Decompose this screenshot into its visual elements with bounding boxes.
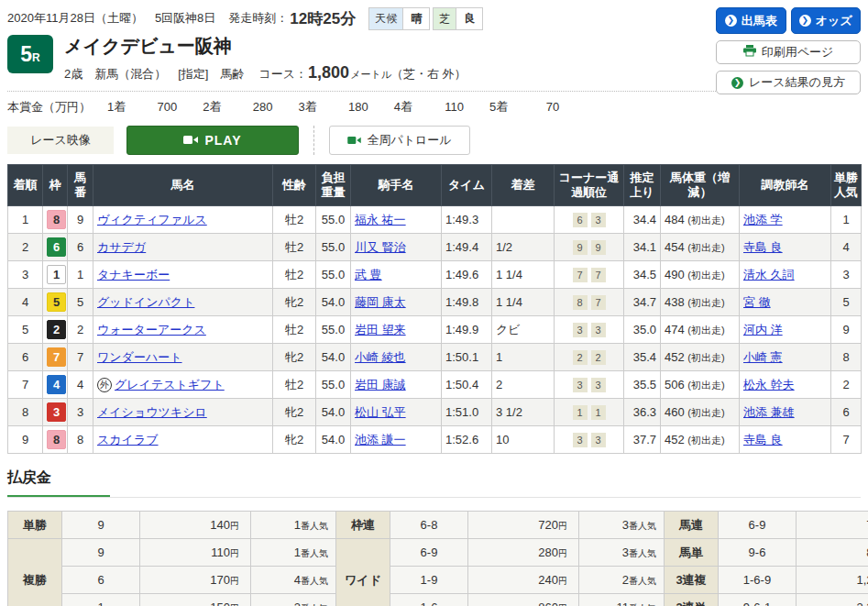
horse-number: 1 (68, 261, 93, 289)
jockey-name-link[interactable]: 岩田 康誠 (355, 378, 406, 391)
trainer-name-link[interactable]: 宮 徹 (743, 295, 771, 309)
video-button-row: レース映像 PLAY 全周パトロール (7, 126, 861, 155)
trainer-name-link[interactable]: 寺島 良 (743, 240, 783, 254)
trainer-name-link[interactable]: 小崎 憲 (743, 350, 783, 364)
frame-color-box: 3 (47, 402, 66, 422)
horse-name-link[interactable]: メイショウツキシロ (97, 405, 207, 419)
jockey-name-link[interactable]: 川又 賢治 (355, 240, 406, 254)
action-column: ❯ 出馬表 ❯ オッズ 印刷用ページ ❯ レース結果の見方 (716, 7, 861, 94)
shutuba-button[interactable]: ❯ 出馬表 (716, 7, 786, 34)
results-column-header: 単勝人気 (831, 165, 862, 206)
results-column-header: 着差 (492, 165, 555, 206)
results-column-header: 枠 (43, 165, 68, 206)
sex-age: 牡2 (273, 316, 316, 344)
course-unit: メートル (350, 68, 391, 82)
jockey-name-link[interactable]: 福永 祐一 (355, 213, 406, 226)
yen-suffix: 円 (230, 576, 239, 586)
payout-amount: 3,240円 (797, 594, 868, 606)
payout-combination: 6-8 (390, 512, 468, 539)
horse-name-cell: 外グレイテストギフト (93, 371, 273, 399)
race-conditions: 2歳 新馬（混合） [指定] 馬齢 コース： 1,800 メートル （芝・右 外… (64, 63, 467, 83)
margin: 1 (492, 344, 555, 371)
payout-amount: 720円 (468, 512, 579, 539)
finish-position: 6 (8, 344, 43, 371)
horse-name-link[interactable]: ヴィクティファルス (97, 213, 207, 226)
payout-amount: 700円 (797, 512, 868, 539)
result-row: 988スカイラブ牝254.0池添 謙一1:52.6103337.7452 (初出… (8, 426, 862, 454)
arrow-circle-icon: ❯ (725, 15, 737, 27)
horse-name-cell: カサデガ (93, 234, 273, 261)
jockey-name-link[interactable]: 小崎 綾也 (355, 350, 406, 364)
jockey-name-link[interactable]: 松山 弘平 (355, 405, 406, 419)
horse-name-link[interactable]: ワンダーハート (97, 350, 182, 364)
corner-positions: 11 (555, 399, 624, 426)
body-weight-note: (初出走) (687, 242, 724, 253)
finish-position: 2 (8, 234, 43, 261)
horse-name-link[interactable]: カサデガ (97, 240, 146, 254)
race-header: 5R メイクデビュー阪神 2歳 新馬（混合） [指定] 馬齢 コース： 1,80… (7, 35, 705, 83)
race-number-badge: 5R (7, 35, 53, 73)
course-detail: （芝・右 外） (391, 66, 467, 83)
jockey-name-link[interactable]: 池添 謙一 (355, 433, 406, 446)
odds-button[interactable]: ❯ オッズ (791, 7, 862, 34)
print-page-button[interactable]: 印刷用ページ (716, 40, 861, 64)
trainer-name-link[interactable]: 寺島 良 (743, 433, 783, 446)
sex-age: 牝2 (273, 426, 316, 454)
finish-time: 1:50.4 (442, 371, 492, 399)
sex-age: 牡2 (273, 234, 316, 261)
play-button[interactable]: PLAY (126, 126, 299, 155)
results-header-row: 着順枠馬番馬名性齢負担重量騎手名タイム着差コーナー通過順位推定上り馬体重（増減）… (8, 165, 862, 206)
trainer-name-link[interactable]: 河内 洋 (743, 323, 783, 336)
horse-name-link[interactable]: グッドインパクト (97, 295, 194, 309)
shutuba-button-label: 出馬表 (742, 13, 777, 29)
trainer-name-link[interactable]: 池添 学 (743, 213, 783, 226)
trainer-cell: 寺島 良 (740, 234, 831, 261)
win-popularity: 7 (831, 426, 862, 454)
result-guide-button[interactable]: ❯ レース結果の見方 (716, 71, 861, 94)
horse-name-link[interactable]: スカイラブ (97, 433, 159, 446)
corner-position-box: 3 (573, 323, 588, 337)
margin: 1 1/4 (492, 289, 555, 316)
horse-name-link[interactable]: ウォーターアークス (97, 323, 206, 336)
corner-position-box: 9 (573, 240, 588, 255)
carried-weight: 54.0 (316, 289, 351, 316)
results-column-header: 負担重量 (316, 165, 351, 206)
finish-time: 1:50.1 (442, 344, 492, 371)
corner-positions: 33 (555, 316, 624, 344)
horse-name-link[interactable]: タナキーボー (97, 268, 170, 281)
patrol-video-button[interactable]: 全周パトロール (329, 126, 470, 155)
bet-type-label: 馬単 (665, 539, 719, 567)
prize-amount: 280 (234, 100, 272, 114)
trainer-name-link[interactable]: 松永 幹夫 (743, 378, 795, 391)
trainer-cell: 小崎 憲 (740, 344, 831, 371)
yen-suffix: 円 (558, 603, 567, 606)
finish-time: 1:49.6 (442, 261, 492, 289)
trainer-cell: 清水 久詞 (740, 261, 831, 289)
race-video-label-button[interactable]: レース映像 (7, 127, 114, 154)
result-row: 266カサデガ牡255.0川又 賢治1:49.41/29934.1454 (初出… (8, 234, 862, 261)
horse-name-link[interactable]: グレイテストギフト (115, 378, 225, 391)
body-weight: 460 (初出走) (661, 399, 740, 426)
payout-combination: 6-9 (719, 512, 797, 539)
trainer-name-link[interactable]: 池添 兼雄 (743, 405, 795, 419)
payout-combination: 1-9 (390, 567, 468, 594)
carried-weight: 54.0 (316, 344, 351, 371)
corner-positions: 87 (555, 289, 624, 316)
payout-row: 1150円3番人気1-6860円11番人気3連単9-6-13,240円9番人気 (8, 594, 868, 606)
trainer-cell: 池添 学 (740, 206, 831, 234)
frame-color-box: 1 (47, 265, 66, 284)
payout-popularity: 4番人気 (251, 567, 336, 594)
jockey-cell: 岩田 望来 (351, 316, 442, 344)
trainer-name-link[interactable]: 清水 久詞 (743, 268, 795, 281)
corner-position-box: 9 (591, 240, 606, 255)
results-table: 着順枠馬番馬名性齢負担重量騎手名タイム着差コーナー通過順位推定上り馬体重（増減）… (7, 164, 862, 454)
carried-weight: 54.0 (316, 399, 351, 426)
payout-amount: 860円 (468, 594, 579, 606)
jockey-name-link[interactable]: 武 豊 (355, 268, 382, 281)
frame-color-box: 7 (47, 347, 66, 367)
result-row: 677ワンダーハート牝254.0小崎 綾也1:50.112235.4452 (初… (8, 344, 862, 371)
body-weight-note: (初出走) (687, 380, 724, 391)
jockey-name-link[interactable]: 藤岡 康太 (355, 295, 406, 309)
jockey-name-link[interactable]: 岩田 望来 (355, 323, 406, 336)
yen-suffix: 円 (230, 521, 239, 531)
